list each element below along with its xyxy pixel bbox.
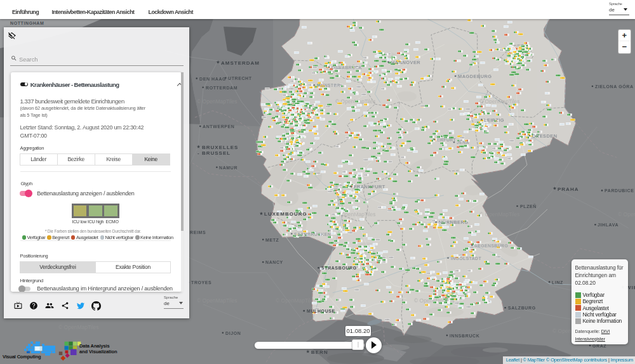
- svg-text:ANTWERPEN: ANTWERPEN: [203, 124, 235, 129]
- svg-text:© OpenMapTiles: © OpenMapTiles: [479, 211, 520, 218]
- svg-text:REIMS: REIMS: [190, 230, 206, 235]
- svg-text:INGOLSTADT: INGOLSTADT: [451, 256, 481, 261]
- svg-text:© OpenMapTiles: © OpenMapTiles: [276, 297, 316, 304]
- svg-text:© OpenMapTiles: © OpenMapTiles: [197, 297, 237, 304]
- svg-text:JENA: JENA: [457, 140, 469, 145]
- svg-text:SALZBURG: SALZBURG: [508, 306, 536, 310]
- svg-text:LINZ: LINZ: [552, 280, 563, 285]
- svg-text:INNSBRUCK: INNSBRUCK: [450, 334, 479, 338]
- svg-text:TROYES: TROYES: [191, 280, 211, 285]
- svg-text:OSNABRÜCK: OSNABRÜCK: [331, 65, 362, 70]
- svg-text:NANCY: NANCY: [265, 260, 283, 264]
- svg-text:NÜRNBERG: NÜRNBERG: [439, 219, 469, 225]
- svg-text:NAMUR: NAMUR: [219, 166, 237, 170]
- svg-text:ZIELONA GÓRA: ZIELONA GÓRA: [595, 84, 634, 89]
- svg-text:BERN: BERN: [311, 349, 328, 355]
- svg-text:PLZEŇ: PLZEŇ: [520, 204, 537, 209]
- svg-text:NOTTINGHAM: NOTTINGHAM: [10, 21, 44, 25]
- svg-text:© OpenMapTiles: © OpenMapTiles: [58, 324, 99, 330]
- svg-text:LUXEMBOURG: LUXEMBOURG: [264, 211, 307, 217]
- svg-text:HANNOVER: HANNOVER: [391, 60, 420, 65]
- svg-text:REGENSBURG: REGENSBURG: [474, 244, 508, 248]
- svg-text:GRAZ: GRAZ: [592, 344, 606, 348]
- svg-text:BRUXELLES: BRUXELLES: [202, 145, 238, 150]
- svg-text:AMSTERDAM: AMSTERDAM: [221, 60, 260, 66]
- svg-text:- BRUSSEL: - BRUSSEL: [197, 150, 231, 156]
- svg-text:STRASBOURG: STRASBOURG: [321, 266, 357, 270]
- svg-text:© OpenMapTiles: © OpenMapTiles: [197, 98, 237, 105]
- svg-text:FRANKFURT: FRANKFURT: [354, 184, 385, 190]
- svg-text:PRAHA: PRAHA: [558, 186, 578, 192]
- svg-text:SAARBRÜCKEN: SAARBRÜCKEN: [294, 231, 331, 237]
- svg-text:MULHOUSE: MULHOUSE: [307, 309, 335, 313]
- svg-text:ROTTERDAM: ROTTERDAM: [206, 86, 237, 90]
- svg-text:MÜNSTER: MÜNSTER: [317, 82, 340, 88]
- svg-text:DRESDEN: DRESDEN: [532, 133, 557, 139]
- svg-text:© OpenMapTiles: © OpenMapTiles: [618, 211, 635, 218]
- svg-text:MAGDEBURG: MAGDEBURG: [458, 74, 492, 79]
- svg-text:LEIPZIG: LEIPZIG: [484, 117, 504, 123]
- svg-text:METZ: METZ: [265, 238, 279, 242]
- svg-text:DEN HAAG: DEN HAAG: [199, 77, 226, 81]
- svg-text:PARDUBICE: PARDUBICE: [605, 188, 634, 193]
- svg-text:DIJON: DIJON: [225, 331, 241, 335]
- svg-text:ERFURT: ERFURT: [437, 138, 457, 142]
- svg-text:JIHLAVA: JIHLAVA: [598, 223, 618, 227]
- svg-text:UTRECHT: UTRECHT: [228, 76, 252, 81]
